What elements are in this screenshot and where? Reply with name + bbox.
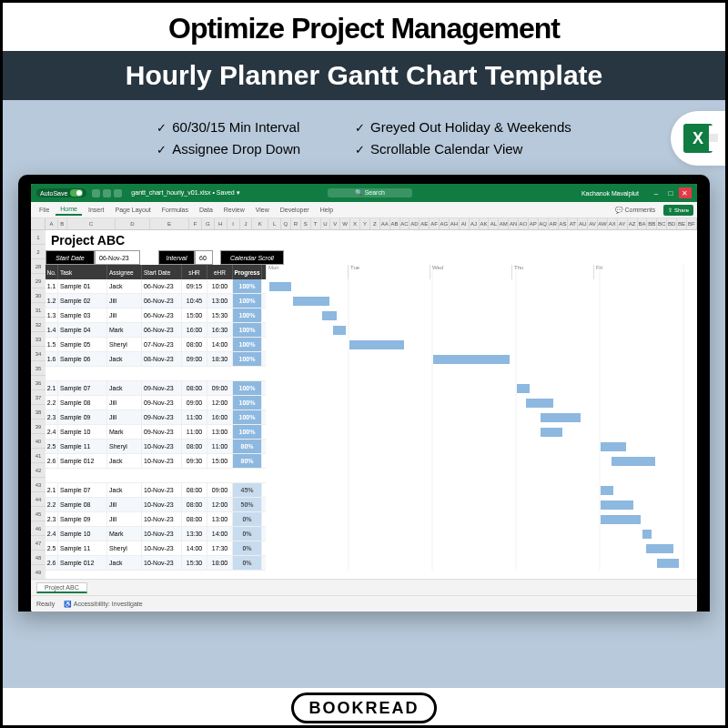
gantt-bar[interactable]	[541, 428, 562, 437]
table-row[interactable]: 2.6Sample 012Jack10-Nov-2309:3015:0080%	[46, 454, 266, 469]
feature-item: Greyed Out Holiday & Weekends	[355, 116, 571, 138]
gantt-bar[interactable]	[601, 442, 626, 451]
status-ready: Ready	[36, 601, 55, 607]
table-row[interactable]: 1.2Sample 02Jill06-Nov-2310:4513:00100%	[46, 294, 266, 308]
progress-cell: 50%	[233, 498, 262, 511]
monitor-frame: AutoSave gantt_chart_hourly_v01.xlsx • S…	[18, 175, 710, 612]
comments-button[interactable]: 💬 Comments	[611, 205, 661, 216]
progress-cell: 100%	[233, 323, 262, 337]
undo-icon[interactable]	[103, 189, 111, 197]
ribbon-tab-review[interactable]: Review	[219, 205, 249, 215]
progress-cell: 0%	[233, 527, 262, 541]
gantt-bar[interactable]	[322, 311, 337, 320]
progress-cell: 100%	[233, 352, 262, 366]
progress-cell: 100%	[233, 396, 262, 410]
table-row[interactable]: 2.5Sample 11Sheryl10-Nov-2314:0017:300%	[46, 541, 266, 556]
gantt-bar[interactable]	[657, 559, 679, 568]
gantt-bar[interactable]	[601, 500, 633, 510]
gantt-bar[interactable]	[601, 515, 641, 524]
progress-cell: 0%	[233, 512, 262, 526]
ribbon-tab-view[interactable]: View	[251, 205, 274, 215]
table-header: No. Task Assignee Start Date sHR eHR Pro…	[46, 265, 266, 279]
excel-icon: X	[671, 111, 725, 166]
table-row[interactable]: 2.6Sample 012Jack10-Nov-2315:3018:000%	[46, 556, 266, 571]
gantt-bar[interactable]	[541, 413, 581, 422]
table-row[interactable]: 1.5Sample 05Sheryl07-Nov-2308:0014:00100…	[46, 338, 266, 352]
progress-cell: 0%	[233, 541, 262, 555]
table-row[interactable]: 1.4Sample 04Mark06-Nov-2316:0016:30100%	[46, 323, 266, 338]
progress-cell: 45%	[233, 483, 262, 497]
progress-cell: 100%	[233, 425, 262, 439]
feature-item: 60/30/15 Min Interval	[157, 116, 300, 138]
progress-cell: 100%	[233, 294, 262, 308]
feature-list: 60/30/15 Min IntervalAssignee Drop Down …	[3, 100, 725, 169]
table-row[interactable]: 1.6Sample 06Jack08-Nov-2309:0018:30100%	[46, 352, 266, 367]
feature-item: Assignee Drop Down	[157, 138, 300, 160]
status-bar: Project ABC	[31, 579, 697, 595]
autosave-toggle[interactable]: AutoSave	[36, 188, 86, 197]
project-title: Project ABC	[46, 230, 697, 250]
table-row[interactable]: 1.3Sample 03Jill06-Nov-2315:0015:30100%	[46, 308, 266, 323]
table-row[interactable]: 2.3Sample 09Jill09-Nov-2311:0016:00100%	[46, 410, 266, 425]
progress-cell: 100%	[233, 279, 262, 293]
start-date-input[interactable]: 06-Nov-23	[95, 250, 140, 265]
table-row[interactable]: 2.1Sample 07Jack09-Nov-2308:0009:00100%	[46, 381, 266, 396]
gantt-bar[interactable]	[293, 297, 329, 306]
progress-cell: 100%	[233, 410, 262, 424]
interval-label: Interval	[158, 250, 195, 265]
table-row[interactable]: 2.1Sample 07Jack10-Nov-2308:0009:0045%	[46, 483, 266, 498]
search-input[interactable]: 🔍 Search	[328, 188, 412, 197]
redo-icon[interactable]	[114, 189, 122, 197]
start-date-label: Start Date	[46, 250, 95, 265]
table-row[interactable]: 2.4Sample 10Mark09-Nov-2311:0013:00100%	[46, 425, 266, 440]
brand-footer: BOOKREAD	[3, 688, 725, 725]
ribbon-tab-data[interactable]: Data	[195, 205, 217, 215]
headline-1: Optimize Project Management	[3, 3, 725, 51]
gantt-bar[interactable]	[349, 340, 404, 349]
gantt-bar[interactable]	[642, 530, 652, 539]
gantt-bar[interactable]	[612, 457, 655, 466]
filename[interactable]: gantt_chart_hourly_v01.xlsx • Saved ▾	[131, 189, 239, 197]
gantt-bar[interactable]	[526, 399, 553, 408]
ribbon-tab-help[interactable]: Help	[316, 205, 338, 215]
headline-2: Hourly Planner Gantt Chart Template	[3, 51, 725, 100]
gantt-bar[interactable]	[269, 282, 291, 291]
ribbon-tab-home[interactable]: Home	[56, 204, 82, 216]
progress-cell: 100%	[233, 381, 262, 395]
progress-cell: 80%	[233, 454, 262, 468]
ribbon-tabs: FileHomeInsertPage LayoutFormulasDataRev…	[31, 202, 697, 218]
excel-titlebar: AutoSave gantt_chart_hourly_v01.xlsx • S…	[31, 184, 697, 202]
table-row[interactable]: 2.3Sample 09Jill10-Nov-2308:0013:000%	[46, 512, 266, 527]
save-icon[interactable]	[92, 189, 100, 197]
column-headers[interactable]: ABCDEFGHIJKLQRSTUVWXYZAAABACADAEAFAGAHAI…	[31, 218, 697, 230]
gantt-bar[interactable]	[517, 384, 530, 393]
brand-logo: BOOKREAD	[291, 693, 436, 723]
sheet-tab[interactable]: Project ABC	[36, 582, 87, 593]
table-row[interactable]: 2.2Sample 08Jill10-Nov-2308:0012:0050%	[46, 498, 266, 512]
ribbon-tab-formulas[interactable]: Formulas	[157, 205, 193, 215]
gantt-bar[interactable]	[646, 544, 673, 553]
status-accessibility[interactable]: ♿ Accessibility: Investigate	[64, 601, 142, 608]
ribbon-tab-developer[interactable]: Developer	[276, 205, 314, 215]
progress-cell: 80%	[233, 440, 262, 453]
ribbon-tab-insert[interactable]: Insert	[84, 205, 109, 215]
gantt-bar[interactable]	[433, 355, 510, 364]
close-icon[interactable]: ✕	[679, 187, 692, 198]
row-numbers[interactable]: 1228293031323334353637383940414243444546…	[31, 230, 46, 579]
ribbon-tab-page-layout[interactable]: Page Layout	[110, 205, 155, 215]
feature-item: Scrollable Calendar View	[355, 138, 571, 160]
gantt-bar[interactable]	[333, 326, 346, 335]
interval-input[interactable]: 60	[195, 250, 213, 265]
table-row[interactable]: 2.4Sample 10Mark10-Nov-2313:3014:000%	[46, 527, 266, 541]
progress-cell: 0%	[233, 556, 262, 570]
calendar-scroll-label: Calendar Scroll	[220, 250, 284, 265]
user-name[interactable]: Kachanok Mavalplut	[581, 190, 639, 197]
table-row[interactable]: 2.5Sample 11Sheryl10-Nov-2308:0011:0080%	[46, 440, 266, 454]
share-button[interactable]: ⇪ Share	[663, 205, 693, 216]
maximize-icon[interactable]: □	[664, 187, 677, 198]
table-row[interactable]: 2.2Sample 08Jill09-Nov-2309:0012:00100%	[46, 396, 266, 410]
minimize-icon[interactable]: –	[650, 187, 662, 198]
table-row[interactable]: 1.1Sample 01Jack06-Nov-2309:1510:00100%	[46, 279, 266, 294]
gantt-bar[interactable]	[601, 486, 613, 495]
ribbon-tab-file[interactable]: File	[35, 205, 54, 215]
